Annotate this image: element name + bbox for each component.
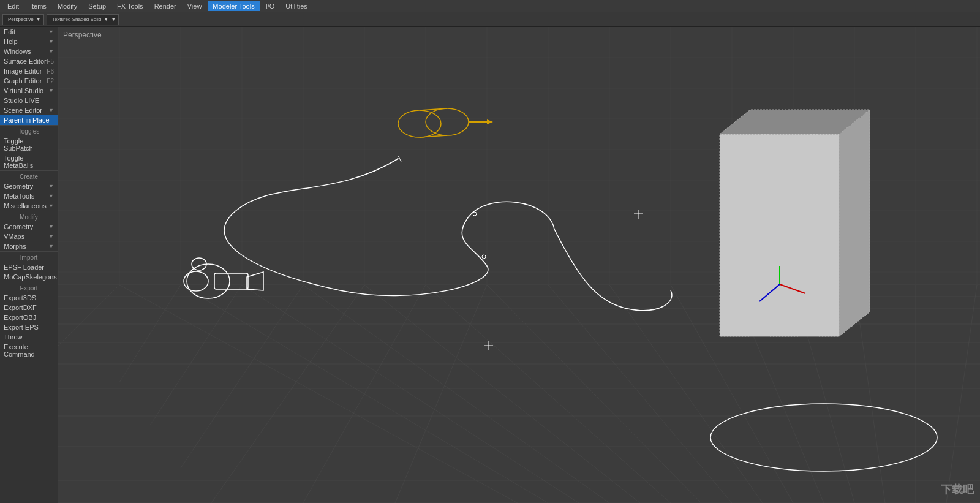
menu-render[interactable]: Render bbox=[149, 1, 181, 11]
sidebar-btn-geometry-modify[interactable]: Geometry ▼ bbox=[0, 222, 58, 232]
sidebar-btn-mocap[interactable]: MoCapSkelegons bbox=[0, 272, 58, 282]
sidebar-throw-label: Throw bbox=[4, 333, 23, 341]
sidebar-parent-label: Parent in Place bbox=[4, 116, 50, 124]
sidebar-vmaps-label: VMaps bbox=[4, 233, 24, 240]
menu-fx-tools[interactable]: FX Tools bbox=[112, 1, 148, 11]
import-section-label: Import bbox=[0, 251, 58, 262]
main-layout: Edit ▼ Help ▼ Windows ▼ Surface Editor F… bbox=[0, 27, 980, 503]
sidebar-vmaps-arrow: ▼ bbox=[48, 233, 54, 240]
sidebar-studio-label: Studio LIVE bbox=[4, 97, 39, 104]
toggles-section-label: Toggles bbox=[0, 125, 58, 136]
sidebar-btn-execute-command[interactable]: Execute Command bbox=[0, 342, 58, 359]
sidebar-btn-image-editor[interactable]: Image Editor F6 bbox=[0, 66, 58, 76]
sidebar-btn-export-eps[interactable]: Export EPS bbox=[0, 322, 58, 332]
sidebar-btn-throw[interactable]: Throw bbox=[0, 332, 58, 342]
sidebar-graph-fkey: F2 bbox=[47, 78, 54, 85]
sidebar-misc-arrow: ▼ bbox=[48, 203, 54, 209]
sidebar-export3ds-label: Export3DS bbox=[4, 294, 36, 301]
sidebar-btn-toggle-metaballs[interactable]: Toggle MetaBalls bbox=[0, 153, 58, 170]
sidebar-help-arrow: ▼ bbox=[48, 39, 54, 45]
second-toolbar: Perspective ▼ Textured Shaded Solid ▼ ▼ bbox=[0, 12, 980, 27]
sidebar-btn-geometry-create[interactable]: Geometry ▼ bbox=[0, 181, 58, 191]
sidebar-morphs-label: Morphs bbox=[4, 243, 26, 250]
sidebar-graph-label: Graph Editor bbox=[4, 77, 42, 85]
sidebar-virtual-arrow: ▼ bbox=[48, 88, 54, 94]
sidebar-btn-virtual-studio[interactable]: Virtual Studio ▼ bbox=[0, 86, 58, 96]
export-section-label: Export bbox=[0, 282, 58, 293]
sidebar-btn-exportdxf[interactable]: ExportDXF bbox=[0, 303, 58, 312]
sidebar-exportobj-label: ExportOBJ bbox=[4, 314, 36, 321]
viewport-canvas bbox=[58, 27, 980, 503]
sidebar-btn-miscellaneous[interactable]: Miscellaneous ▼ bbox=[0, 201, 58, 211]
watermark: 下载吧 bbox=[941, 482, 974, 497]
sidebar-btn-surface-editor[interactable]: Surface Editor F5 bbox=[0, 56, 58, 66]
top-menubar: Edit Items Modify Setup FX Tools Render … bbox=[0, 0, 980, 12]
sidebar-btn-windows[interactable]: Windows ▼ bbox=[0, 47, 58, 56]
sidebar-btn-metatools[interactable]: MetaTools ▼ bbox=[0, 191, 58, 201]
sidebar-geometry-create-label: Geometry bbox=[4, 183, 33, 190]
viewport[interactable]: Perspective 下载吧 bbox=[58, 27, 980, 503]
menu-items[interactable]: Items bbox=[25, 1, 51, 11]
sidebar-btn-scene-editor[interactable]: Scene Editor ▼ bbox=[0, 105, 58, 115]
shading-label: Textured Shaded Solid bbox=[52, 17, 102, 22]
sidebar-btn-vmaps[interactable]: VMaps ▼ bbox=[0, 232, 58, 241]
sidebar-help-label: Help bbox=[4, 38, 18, 45]
sidebar-surface-label: Surface Editor bbox=[4, 58, 47, 65]
sidebar-metaballs-label: Toggle MetaBalls bbox=[4, 154, 54, 169]
sidebar-epsf-label: EPSF Loader bbox=[4, 263, 44, 271]
sidebar-misc-label: Miscellaneous bbox=[4, 202, 47, 210]
sidebar-virtual-label: Virtual Studio bbox=[4, 87, 43, 94]
sidebar-subpatch-label: Toggle SubPatch bbox=[4, 137, 54, 152]
sidebar-btn-help[interactable]: Help ▼ bbox=[0, 37, 58, 47]
sidebar-windows-label: Windows bbox=[4, 48, 31, 55]
sidebar-surface-fkey: F5 bbox=[47, 58, 54, 65]
sidebar-geometry-modify-label: Geometry bbox=[4, 223, 33, 230]
menu-io[interactable]: I/O bbox=[261, 1, 280, 11]
sidebar-exportdxf-label: ExportDXF bbox=[4, 304, 37, 311]
perspective-arrow: ▼ bbox=[36, 17, 41, 22]
sidebar-mocap-label: MoCapSkelegons bbox=[4, 273, 57, 281]
left-sidebar: Edit ▼ Help ▼ Windows ▼ Surface Editor F… bbox=[0, 27, 58, 503]
sidebar-image-label: Image Editor bbox=[4, 67, 42, 75]
menu-modeler-tools[interactable]: Modeler Tools bbox=[208, 1, 259, 11]
modify-section-label: Modify bbox=[0, 211, 58, 222]
sidebar-scene-arrow: ▼ bbox=[48, 107, 54, 113]
shading-dropdown[interactable]: Textured Shaded Solid ▼ ▼ bbox=[47, 14, 119, 25]
sidebar-btn-export3ds[interactable]: Export3DS bbox=[0, 293, 58, 303]
create-section-label: Create bbox=[0, 170, 58, 181]
sidebar-btn-toggle-subpatch[interactable]: Toggle SubPatch bbox=[0, 136, 58, 153]
sidebar-metatools-label: MetaTools bbox=[4, 192, 34, 200]
sidebar-morphs-arrow: ▼ bbox=[48, 243, 54, 249]
menu-view[interactable]: View bbox=[183, 1, 207, 11]
sidebar-btn-studio-live[interactable]: Studio LIVE bbox=[0, 96, 58, 105]
sidebar-geometry-create-arrow: ▼ bbox=[48, 183, 54, 189]
sidebar-edit-arrow: ▼ bbox=[48, 29, 54, 35]
sidebar-btn-parent-in-place[interactable]: Parent in Place bbox=[0, 115, 58, 125]
sidebar-btn-morphs[interactable]: Morphs ▼ bbox=[0, 241, 58, 251]
sidebar-scene-label: Scene Editor bbox=[4, 107, 42, 114]
shading-arrow2: ▼ bbox=[111, 17, 116, 22]
menu-modify[interactable]: Modify bbox=[53, 1, 82, 11]
sidebar-btn-edit[interactable]: Edit ▼ bbox=[0, 27, 58, 37]
perspective-dropdown[interactable]: Perspective ▼ bbox=[2, 14, 44, 25]
menu-setup[interactable]: Setup bbox=[83, 1, 111, 11]
sidebar-image-fkey: F6 bbox=[47, 68, 54, 75]
sidebar-execute-label: Execute Command bbox=[4, 343, 54, 358]
menu-edit[interactable]: Edit bbox=[2, 1, 24, 11]
sidebar-btn-exportobj[interactable]: ExportOBJ bbox=[0, 312, 58, 322]
svg-marker-61 bbox=[839, 110, 870, 336]
sidebar-edit-label: Edit bbox=[4, 28, 15, 36]
sidebar-export-eps-label: Export EPS bbox=[4, 323, 39, 331]
sidebar-windows-arrow: ▼ bbox=[48, 48, 54, 55]
perspective-label: Perspective bbox=[8, 17, 34, 22]
shading-arrow: ▼ bbox=[104, 17, 108, 22]
svg-rect-59 bbox=[720, 134, 839, 336]
sidebar-geometry-modify-arrow: ▼ bbox=[48, 224, 54, 230]
sidebar-btn-graph-editor[interactable]: Graph Editor F2 bbox=[0, 76, 58, 86]
sidebar-metatools-arrow: ▼ bbox=[48, 193, 54, 199]
menu-utilities[interactable]: Utilities bbox=[281, 1, 312, 11]
sidebar-btn-epsf-loader[interactable]: EPSF Loader bbox=[0, 262, 58, 272]
